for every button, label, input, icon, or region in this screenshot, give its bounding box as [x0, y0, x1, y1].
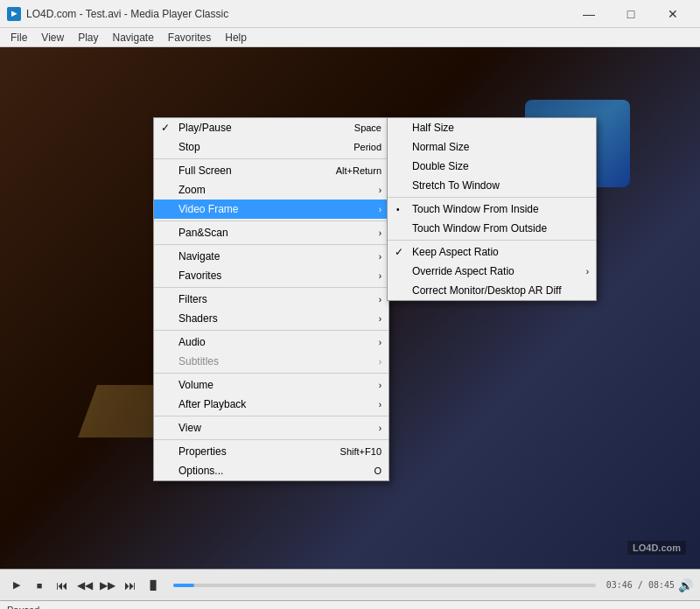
ctx-shaders-arrow: › — [379, 314, 382, 324]
context-menu: ✓ Play/Pause Space Stop Period Full Scre… — [153, 117, 389, 481]
stop-button[interactable]: ■ — [30, 576, 49, 595]
menu-file[interactable]: File — [4, 28, 34, 47]
sub-override-aspect[interactable]: Override Aspect Ratio › — [388, 262, 596, 281]
play-pause-button[interactable]: ▶ — [7, 576, 26, 595]
ctx-play-pause-shortcut: Space — [354, 122, 382, 133]
rewind-button[interactable]: ◀◀ — [75, 576, 94, 595]
sub-touch-outside[interactable]: Touch Window From Outside — [388, 219, 596, 238]
sub-double-size[interactable]: Double Size — [388, 157, 596, 176]
next-button[interactable]: ⏭ — [121, 576, 140, 595]
ctx-view-arrow: › — [379, 424, 382, 433]
sub-half-size[interactable]: Half Size — [388, 118, 596, 137]
ctx-fullscreen[interactable]: Full Screen Alt+Return — [154, 161, 388, 180]
menu-bar: File View Play Navigate Favorites Help — [0, 28, 700, 47]
ctx-pan-scan[interactable]: Pan&Scan › — [154, 223, 388, 242]
ctx-video-frame-arrow: › — [379, 205, 382, 214]
sub-touch-inside-label: Touch Window From Inside — [412, 203, 539, 215]
menu-view[interactable]: View — [34, 28, 71, 47]
ctx-subtitles-label: Subtitles — [178, 355, 219, 368]
ctx-view-label: View — [178, 422, 201, 434]
sub-sep-2 — [388, 240, 596, 241]
sub-keep-aspect[interactable]: ✓ Keep Aspect Ratio — [388, 242, 596, 262]
ctx-view[interactable]: View › — [154, 418, 388, 438]
separator-7 — [154, 416, 388, 416]
minimize-button[interactable]: — — [569, 0, 609, 28]
ctx-filters-arrow: › — [379, 295, 382, 304]
submenu-video-frame: Half Size Normal Size Double Size Stretc… — [387, 117, 597, 301]
separator-3 — [154, 244, 388, 245]
status-text: Paused — [7, 605, 39, 610]
ctx-navigate-arrow: › — [379, 252, 382, 262]
ctx-subtitles[interactable]: Subtitles › — [154, 352, 388, 371]
ctx-fullscreen-label: Full Screen — [178, 164, 232, 177]
ctx-audio[interactable]: Audio › — [154, 332, 388, 352]
watermark: LO4D.com — [627, 541, 686, 555]
ctx-properties[interactable]: Properties Shift+F10 — [154, 442, 388, 461]
seek-progress — [173, 584, 194, 587]
separator-8 — [154, 439, 388, 440]
ctx-video-frame-label: Video Frame — [178, 203, 238, 215]
ctx-stop-shortcut: Period — [354, 142, 382, 152]
sub-sep-1 — [388, 197, 596, 198]
close-button[interactable]: ✕ — [653, 0, 693, 28]
ctx-volume-label: Volume — [178, 379, 214, 391]
time-display: 03:46 / 08:45 — [606, 580, 675, 590]
menu-favorites[interactable]: Favorites — [161, 28, 218, 47]
forward-button[interactable]: ▶▶ — [98, 576, 117, 595]
ctx-after-playback[interactable]: After Playback › — [154, 395, 388, 414]
ctx-properties-shortcut: Shift+F10 — [340, 446, 382, 457]
title-bar: ▶ LO4D.com - Test.avi - Media Player Cla… — [0, 0, 700, 28]
frame-button[interactable]: ▐▌ — [144, 576, 163, 595]
ctx-zoom-label: Zoom — [178, 184, 206, 196]
separator-6 — [154, 373, 388, 374]
menu-navigate[interactable]: Navigate — [105, 28, 160, 47]
sub-half-size-label: Half Size — [412, 122, 454, 134]
ctx-subtitles-arrow: › — [379, 357, 382, 367]
menu-play[interactable]: Play — [71, 28, 105, 47]
maximize-button[interactable]: □ — [611, 0, 651, 28]
ctx-filters-label: Filters — [178, 293, 207, 305]
checkmark-keep-aspect: ✓ — [395, 246, 403, 258]
ctx-stop-label: Stop — [178, 141, 200, 153]
ctx-stop[interactable]: Stop Period — [154, 137, 388, 157]
sub-double-size-label: Double Size — [412, 160, 469, 172]
title-bar-controls: — □ ✕ — [569, 0, 693, 28]
ctx-shaders-label: Shaders — [178, 312, 218, 325]
seek-bar[interactable] — [173, 584, 596, 587]
ctx-volume-arrow: › — [379, 381, 382, 390]
ctx-favorites-arrow: › — [379, 271, 382, 281]
separator-2 — [154, 220, 388, 221]
video-area: ✓ Play/Pause Space Stop Period Full Scre… — [0, 47, 700, 569]
menu-help[interactable]: Help — [218, 28, 254, 47]
ctx-pan-scan-label: Pan&Scan — [178, 227, 228, 239]
ctx-pan-scan-arrow: › — [379, 228, 382, 238]
ctx-zoom-arrow: › — [379, 186, 382, 195]
ctx-options[interactable]: Options... O — [154, 461, 388, 480]
sub-stretch-to-window[interactable]: Stretch To Window — [388, 176, 596, 195]
ctx-shaders[interactable]: Shaders › — [154, 309, 388, 328]
sub-correct-monitor[interactable]: Correct Monitor/Desktop AR Diff — [388, 281, 596, 300]
volume-icon[interactable]: 🔊 — [678, 578, 693, 592]
ctx-video-frame[interactable]: Video Frame › — [154, 200, 388, 219]
ctx-favorites-label: Favorites — [178, 270, 221, 282]
checkmark-play: ✓ — [161, 122, 170, 134]
ctx-properties-label: Properties — [178, 445, 227, 458]
ctx-favorites[interactable]: Favorites › — [154, 266, 388, 285]
separator-4 — [154, 287, 388, 288]
ctx-fullscreen-shortcut: Alt+Return — [336, 165, 382, 176]
prev-button[interactable]: ⏮ — [52, 576, 72, 595]
ctx-volume[interactable]: Volume › — [154, 375, 388, 395]
sub-normal-size[interactable]: Normal Size — [388, 137, 596, 157]
ctx-audio-label: Audio — [178, 336, 206, 348]
ctx-navigate-label: Navigate — [178, 250, 220, 262]
window-title: LO4D.com - Test.avi - Media Player Class… — [26, 8, 569, 20]
ctx-filters[interactable]: Filters › — [154, 290, 388, 309]
separator-1 — [154, 158, 388, 159]
sub-stretch-label: Stretch To Window — [412, 179, 500, 192]
ctx-navigate[interactable]: Navigate › — [154, 247, 388, 266]
sub-normal-size-label: Normal Size — [412, 141, 469, 153]
ctx-zoom[interactable]: Zoom › — [154, 180, 388, 200]
ctx-play-pause[interactable]: ✓ Play/Pause Space — [154, 118, 388, 137]
sub-touch-inside[interactable]: • Touch Window From Inside — [388, 200, 596, 219]
separator-5 — [154, 330, 388, 331]
